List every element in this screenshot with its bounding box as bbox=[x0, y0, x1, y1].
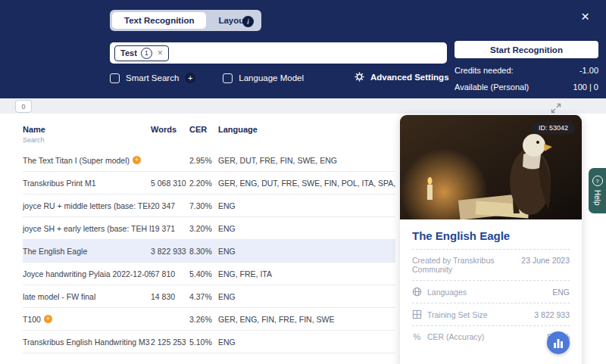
remove-tag-icon[interactable]: × bbox=[158, 48, 163, 58]
language-model-checkbox-box[interactable] bbox=[223, 73, 233, 83]
super-model-icon: + bbox=[133, 156, 141, 164]
model-cer: 2.95% bbox=[189, 156, 218, 165]
table-row[interactable]: Transkribus Print M1 5 068 310 2.20% GER… bbox=[23, 172, 395, 194]
model-name: T100 bbox=[23, 315, 41, 324]
table-row[interactable]: Transkribus English Handwriting M3 2 125… bbox=[23, 331, 395, 353]
model-search-box[interactable]: Test 1 × bbox=[110, 42, 447, 64]
table-row-selected[interactable]: The English Eagle 3 822 933 8.30% ENG bbox=[23, 240, 395, 263]
models-table: Name Search Words CER Language The Text … bbox=[23, 125, 395, 353]
expand-icon[interactable] bbox=[551, 103, 561, 114]
model-detail-card: ID: 53042 The English Eagle Created by T… bbox=[400, 115, 582, 364]
mode-tab-toggle: Text Recognition Layout bbox=[110, 10, 261, 31]
model-language: GER, ENG, DUT, FRE, SWE, FIN, POL, ITA, … bbox=[218, 179, 395, 188]
advanced-settings-button[interactable]: Advanced Settings bbox=[355, 72, 449, 82]
model-words: 14 830 bbox=[151, 292, 189, 301]
model-cer: 5.40% bbox=[189, 269, 218, 278]
credits-available-label: Available (Personal) bbox=[454, 82, 529, 92]
model-language: GER, ENG, FIN, FRE, FIN, SWE bbox=[218, 315, 395, 324]
model-cer: 3.20% bbox=[189, 224, 218, 233]
model-detail-title: The English Eagle bbox=[400, 219, 582, 249]
recognition-dialog-header: Text Recognition Layout i × Test 1 × Sma… bbox=[0, 0, 606, 98]
detail-row-created: Created by Transkribus Community 23 June… bbox=[412, 249, 570, 280]
search-tag-label: Test bbox=[120, 48, 137, 58]
model-name: Joyce handwriting Pylaia 2022-12-05 bbox=[23, 269, 151, 278]
model-language: ENG, FRE, ITA bbox=[218, 269, 395, 278]
start-recognition-button[interactable]: Start Recognition bbox=[454, 41, 598, 58]
credits-available-value: 100 | 0 bbox=[573, 82, 598, 92]
column-header-cer[interactable]: CER bbox=[189, 125, 218, 134]
training-set-size-value: 3 822 933 bbox=[534, 310, 570, 319]
model-language: GER, DUT, FRE, FIN, SWE, ENG bbox=[218, 156, 395, 165]
table-row[interactable]: Joyce handwriting Pylaia 2022-12-05 67 8… bbox=[23, 263, 395, 285]
column-header-language[interactable]: Language bbox=[218, 125, 395, 134]
model-language: ENG bbox=[218, 224, 395, 233]
search-text-input[interactable] bbox=[173, 48, 442, 58]
model-cer: 8.30% bbox=[189, 247, 218, 256]
model-name: The English Eagle bbox=[23, 247, 87, 256]
model-language: ENG bbox=[218, 292, 395, 301]
search-tag[interactable]: Test 1 × bbox=[114, 45, 169, 61]
search-tag-count-badge: 1 bbox=[141, 48, 152, 59]
model-id-badge: ID: 53042 bbox=[532, 122, 575, 134]
model-cer: 2.20% bbox=[189, 179, 218, 188]
credits-needed-value: -1.00 bbox=[579, 66, 598, 75]
column-header-name[interactable]: Name Search bbox=[23, 125, 151, 144]
training-set-size-label: Training Set Size bbox=[427, 310, 488, 319]
bar-chart-icon bbox=[553, 338, 564, 348]
created-by-value: 23 June 2023 bbox=[515, 256, 570, 265]
model-name: The Text Titan I (Super model) bbox=[23, 156, 130, 165]
language-model-label: Language Model bbox=[239, 73, 304, 82]
credits-needed-label: Credits needed: bbox=[454, 66, 514, 75]
help-tab[interactable]: ? Help bbox=[589, 168, 606, 213]
counter-badge[interactable]: 0 bbox=[15, 100, 32, 113]
chart-button[interactable] bbox=[547, 331, 570, 354]
options-row: Smart Search + Language Model bbox=[110, 73, 304, 83]
created-by-label: Created by Transkribus Community bbox=[412, 256, 499, 274]
smart-search-checkbox-box[interactable] bbox=[110, 73, 120, 83]
close-icon[interactable]: × bbox=[576, 8, 594, 26]
model-cer: 3.26% bbox=[189, 315, 218, 324]
detail-row-training-size: Training Set Size 3 822 933 bbox=[412, 303, 570, 325]
languages-label: Languages bbox=[427, 288, 467, 297]
super-model-icon: + bbox=[44, 315, 52, 323]
globe-icon bbox=[412, 287, 422, 297]
credits-panel: Start Recognition Credits needed: -1.00 … bbox=[454, 41, 598, 92]
detail-row-languages: Languages ENG bbox=[412, 280, 570, 303]
model-cer: 5.10% bbox=[189, 338, 218, 347]
gear-icon bbox=[355, 72, 364, 82]
table-row[interactable]: joyce SH + early letters (base: TEH M3) … bbox=[23, 217, 395, 240]
credits-needed-row: Credits needed: -1.00 bbox=[454, 66, 598, 75]
model-name: late model - FW final bbox=[23, 292, 95, 301]
model-preview-image: ID: 53042 bbox=[400, 115, 582, 219]
percent-icon: % bbox=[412, 332, 422, 341]
smart-search-checkbox[interactable]: Smart Search bbox=[110, 73, 179, 83]
info-icon[interactable]: i bbox=[242, 16, 254, 27]
cer-accuracy-label: CER (Accuracy) bbox=[427, 332, 484, 341]
help-label: Help bbox=[593, 190, 601, 206]
table-row[interactable]: T100+ 3.26% GER, ENG, FIN, FRE, FIN, SWE bbox=[23, 308, 395, 331]
model-words: 3 822 933 bbox=[151, 247, 189, 256]
model-name: joyce SH + early letters (base: TEH M3) bbox=[23, 224, 151, 233]
model-words: 67 810 bbox=[151, 269, 189, 278]
grid-icon bbox=[412, 310, 422, 319]
advanced-settings-label: Advanced Settings bbox=[370, 73, 449, 82]
subheader-strip bbox=[0, 98, 606, 114]
model-name: Transkribus English Handwriting M3 bbox=[23, 338, 150, 347]
smart-search-add-icon[interactable]: + bbox=[185, 73, 195, 83]
table-row[interactable]: The Text Titan I (Super model)+ 2.95% GE… bbox=[23, 149, 395, 172]
model-words: 20 347 bbox=[151, 201, 189, 210]
model-cer: 7.30% bbox=[189, 201, 218, 210]
model-name: Transkribus Print M1 bbox=[23, 179, 95, 188]
table-row[interactable]: joyce RU + middle letters (base: TEH M3)… bbox=[23, 194, 395, 217]
language-model-checkbox[interactable]: Language Model bbox=[223, 73, 304, 83]
model-language: ENG bbox=[218, 247, 395, 256]
tab-text-recognition[interactable]: Text Recognition bbox=[112, 12, 206, 29]
model-name: joyce RU + middle letters (base: TEH M3) bbox=[23, 201, 151, 210]
model-words: 19 371 bbox=[151, 224, 189, 233]
credits-available-row: Available (Personal) 100 | 0 bbox=[454, 82, 598, 92]
column-header-words[interactable]: Words bbox=[151, 125, 189, 134]
column-header-name-sub: Search bbox=[23, 136, 151, 144]
help-icon: ? bbox=[592, 176, 603, 186]
table-row[interactable]: late model - FW final 14 830 4.37% ENG bbox=[23, 285, 395, 308]
model-language: ENG bbox=[218, 338, 395, 347]
